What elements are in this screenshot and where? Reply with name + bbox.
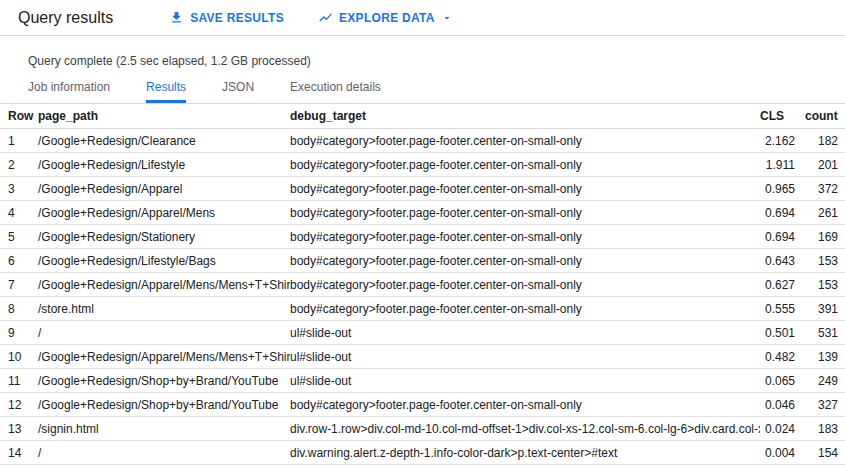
dropdown-arrow-icon xyxy=(441,12,453,24)
query-results-header: Query results SAVE RESULTS EXPLORE DATA xyxy=(0,0,845,36)
count-cell: 139 xyxy=(805,345,845,369)
page-path-cell: / xyxy=(38,441,290,465)
debug-target-cell: body#category>footer.page-footer.center-… xyxy=(290,177,760,201)
page-path-cell: /Google+Redesign/Apparel/Mens/Mens+T+Shi… xyxy=(38,273,290,297)
count-cell: 153 xyxy=(805,249,845,273)
save-results-button[interactable]: SAVE RESULTS xyxy=(169,10,284,25)
count-cell: 531 xyxy=(805,321,845,345)
debug-target-cell: body#category>footer.page-footer.center-… xyxy=(290,297,760,321)
cls-cell: 2.162 xyxy=(760,129,805,153)
results-table: Row page_path debug_target CLS count 1 /… xyxy=(0,103,845,465)
count-cell: 201 xyxy=(805,153,845,177)
count-cell: 153 xyxy=(805,273,845,297)
table-row: 6 /Google+Redesign/Lifestyle/Bags body#c… xyxy=(0,249,845,273)
count-cell: 249 xyxy=(805,369,845,393)
table-row: 4 /Google+Redesign/Apparel/Mens body#cat… xyxy=(0,201,845,225)
cls-cell: 0.965 xyxy=(760,177,805,201)
count-cell: 327 xyxy=(805,393,845,417)
row-number-cell: 11 xyxy=(0,369,38,393)
row-number-cell: 1 xyxy=(0,129,38,153)
cls-cell: 0.482 xyxy=(760,345,805,369)
count-cell: 169 xyxy=(805,225,845,249)
tab-execution-details[interactable]: Execution details xyxy=(290,80,381,103)
debug-target-cell: body#category>footer.page-footer.center-… xyxy=(290,393,760,417)
debug-target-cell: body#category>footer.page-footer.center-… xyxy=(290,201,760,225)
row-number-cell: 4 xyxy=(0,201,38,225)
page-title: Query results xyxy=(18,9,113,27)
page-path-cell: /Google+Redesign/Apparel/Mens/Mens+T+Shi… xyxy=(38,345,290,369)
tab-results[interactable]: Results xyxy=(146,80,186,103)
debug-target-cell: ul#slide-out xyxy=(290,321,760,345)
table-row: 1 /Google+Redesign/Clearance body#catego… xyxy=(0,129,845,153)
debug-target-cell: body#category>footer.page-footer.center-… xyxy=(290,249,760,273)
count-cell: 182 xyxy=(805,129,845,153)
explore-data-label: EXPLORE DATA xyxy=(339,11,435,25)
debug-target-cell: body#category>footer.page-footer.center-… xyxy=(290,129,760,153)
debug-target-cell: body#category>footer.page-footer.center-… xyxy=(290,225,760,249)
row-number-cell: 2 xyxy=(0,153,38,177)
count-cell: 261 xyxy=(805,201,845,225)
page-path-cell: / xyxy=(38,321,290,345)
row-number-cell: 12 xyxy=(0,393,38,417)
cls-cell: 0.024 xyxy=(760,417,805,441)
count-cell: 154 xyxy=(805,441,845,465)
cls-cell: 0.501 xyxy=(760,321,805,345)
col-header-count: count xyxy=(805,104,845,129)
row-number-cell: 10 xyxy=(0,345,38,369)
row-number-cell: 6 xyxy=(0,249,38,273)
row-number-cell: 14 xyxy=(0,441,38,465)
col-header-page-path: page_path xyxy=(38,104,290,129)
tab-job-information[interactable]: Job information xyxy=(28,80,110,103)
count-cell: 391 xyxy=(805,297,845,321)
cls-cell: 0.643 xyxy=(760,249,805,273)
page-path-cell: /signin.html xyxy=(38,417,290,441)
page-path-cell: /Google+Redesign/Shop+by+Brand/YouTube xyxy=(38,393,290,417)
download-icon xyxy=(169,10,184,25)
cls-cell: 0.694 xyxy=(760,201,805,225)
table-row: 10 /Google+Redesign/Apparel/Mens/Mens+T+… xyxy=(0,345,845,369)
table-row: 5 /Google+Redesign/Stationery body#categ… xyxy=(0,225,845,249)
results-tabs: Job information Results JSON Execution d… xyxy=(0,80,845,103)
table-row: 7 /Google+Redesign/Apparel/Mens/Mens+T+S… xyxy=(0,273,845,297)
page-path-cell: /Google+Redesign/Shop+by+Brand/YouTube xyxy=(38,369,290,393)
query-status: Query complete (2.5 sec elapsed, 1.2 GB … xyxy=(28,54,845,68)
cls-cell: 0.555 xyxy=(760,297,805,321)
row-number-cell: 8 xyxy=(0,297,38,321)
debug-target-cell: div.row-1.row>div.col-md-10.col-md-offse… xyxy=(290,417,760,441)
table-row: 3 /Google+Redesign/Apparel body#category… xyxy=(0,177,845,201)
count-cell: 372 xyxy=(805,177,845,201)
page-path-cell: /Google+Redesign/Apparel/Mens xyxy=(38,201,290,225)
page-path-cell: /Google+Redesign/Lifestyle xyxy=(38,153,290,177)
row-number-cell: 13 xyxy=(0,417,38,441)
page-path-cell: /Google+Redesign/Clearance xyxy=(38,129,290,153)
debug-target-cell: ul#slide-out xyxy=(290,369,760,393)
cls-cell: 1.911 xyxy=(760,153,805,177)
table-row: 12 /Google+Redesign/Shop+by+Brand/YouTub… xyxy=(0,393,845,417)
col-header-debug-target: debug_target xyxy=(290,104,760,129)
save-results-label: SAVE RESULTS xyxy=(190,11,284,25)
page-path-cell: /Google+Redesign/Lifestyle/Bags xyxy=(38,249,290,273)
table-row: 13 /signin.html div.row-1.row>div.col-md… xyxy=(0,417,845,441)
cls-cell: 0.627 xyxy=(760,273,805,297)
row-number-cell: 3 xyxy=(0,177,38,201)
page-path-cell: /store.html xyxy=(38,297,290,321)
col-header-row: Row xyxy=(0,104,38,129)
row-number-cell: 9 xyxy=(0,321,38,345)
table-row: 9 / ul#slide-out 0.501 531 xyxy=(0,321,845,345)
table-row: 11 /Google+Redesign/Shop+by+Brand/YouTub… xyxy=(0,369,845,393)
cls-cell: 0.004 xyxy=(760,441,805,465)
tab-json[interactable]: JSON xyxy=(222,80,254,103)
debug-target-cell: ul#slide-out xyxy=(290,345,760,369)
row-number-cell: 7 xyxy=(0,273,38,297)
explore-data-button[interactable]: EXPLORE DATA xyxy=(318,10,453,25)
count-cell: 183 xyxy=(805,417,845,441)
table-row: 2 /Google+Redesign/Lifestyle body#catego… xyxy=(0,153,845,177)
table-header-row: Row page_path debug_target CLS count xyxy=(0,104,845,129)
debug-target-cell: body#category>footer.page-footer.center-… xyxy=(290,153,760,177)
col-header-cls: CLS xyxy=(760,104,805,129)
debug-target-cell: div.warning.alert.z-depth-1.info-color-d… xyxy=(290,441,760,465)
row-number-cell: 5 xyxy=(0,225,38,249)
cls-cell: 0.046 xyxy=(760,393,805,417)
table-row: 8 /store.html body#category>footer.page-… xyxy=(0,297,845,321)
chart-icon xyxy=(318,10,333,25)
